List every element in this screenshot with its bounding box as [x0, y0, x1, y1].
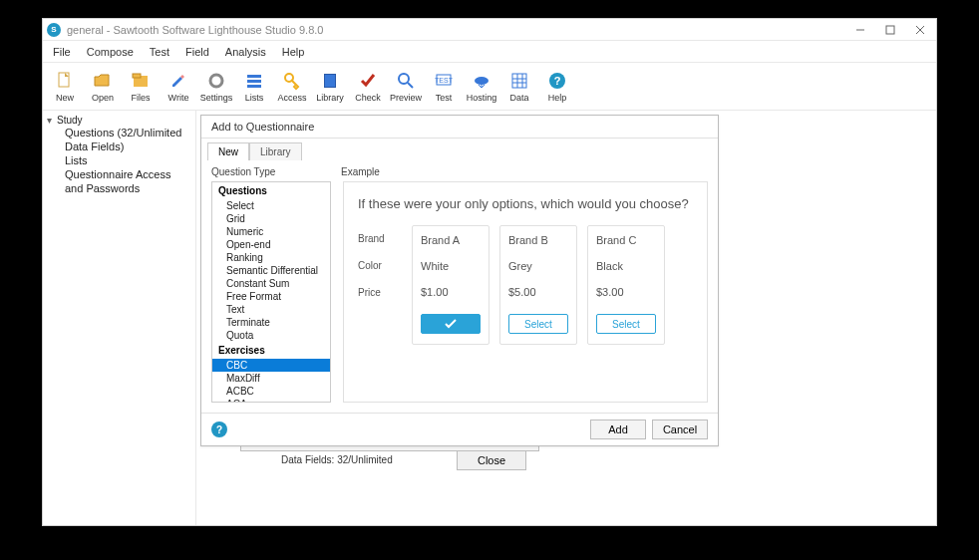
- qtype-item-select[interactable]: Select: [212, 199, 330, 212]
- tab-new[interactable]: New: [207, 142, 249, 160]
- pencil-icon: [167, 70, 189, 92]
- qtype-item-open-end[interactable]: Open-end: [212, 238, 330, 251]
- qtype-item-cbc[interactable]: CBC: [212, 359, 330, 372]
- toolbar-settings-button[interactable]: Settings: [198, 65, 234, 109]
- open-folder-icon: [92, 70, 114, 92]
- qtype-item-constant-sum[interactable]: Constant Sum: [212, 277, 330, 290]
- list-icon: [243, 70, 265, 92]
- tree-item-access[interactable]: Questionnaire Access and Passwords: [47, 167, 191, 195]
- qtype-item-acbc[interactable]: ACBC: [212, 385, 330, 398]
- qtype-item-maxdiff[interactable]: MaxDiff: [212, 372, 330, 385]
- tree-item-lists[interactable]: Lists: [47, 153, 191, 167]
- toolbar-label: Access: [277, 93, 306, 103]
- toolbar-data-button[interactable]: Data: [501, 65, 537, 109]
- cbc-value: Brand A: [421, 234, 481, 246]
- row-label-price: Price: [358, 287, 402, 298]
- svg-rect-4: [59, 73, 69, 87]
- toolbar-hosting-button[interactable]: Hosting: [464, 65, 499, 109]
- cbc-value: $3.00: [596, 286, 656, 298]
- close-button[interactable]: [908, 21, 932, 39]
- cbc-value: Brand C: [596, 234, 656, 246]
- cbc-selected-button[interactable]: [421, 314, 481, 334]
- key-icon: [281, 70, 303, 92]
- tree-item-questions[interactable]: Questions (32/Unlimited Data Fields): [47, 126, 191, 153]
- qtype-item-grid[interactable]: Grid: [212, 212, 330, 225]
- toolbar-help-button[interactable]: ?Help: [539, 65, 575, 109]
- check-icon: [357, 70, 379, 92]
- dialog-title: Add to Questionnaire: [201, 116, 718, 139]
- toolbar-label: Hosting: [467, 93, 497, 103]
- svg-rect-5: [133, 74, 141, 78]
- toolbar-preview-button[interactable]: Preview: [388, 65, 424, 109]
- qtype-group-exercises: Exercises: [212, 342, 330, 359]
- qtype-item-free-format[interactable]: Free Format: [212, 290, 330, 303]
- qtype-item-ranking[interactable]: Ranking: [212, 251, 330, 264]
- qtype-item-numeric[interactable]: Numeric: [212, 225, 330, 238]
- cbc-value: $1.00: [421, 286, 481, 298]
- minimize-button[interactable]: [848, 21, 872, 39]
- qtype-item-terminate[interactable]: Terminate: [212, 316, 330, 329]
- window-title: general - Sawtooth Software Lighthouse S…: [67, 24, 848, 36]
- tree-root[interactable]: ▾Study: [47, 115, 191, 126]
- toolbar-label: Open: [92, 93, 114, 103]
- toolbar-library-button[interactable]: Library: [312, 65, 348, 109]
- qtype-item-aca[interactable]: ACA: [212, 398, 330, 403]
- qtype-item-semantic-differential[interactable]: Semantic Differential: [212, 264, 330, 277]
- svg-text:TEST: TEST: [435, 77, 454, 84]
- cancel-button[interactable]: Cancel: [652, 420, 708, 439]
- qtype-item-text[interactable]: Text: [212, 303, 330, 316]
- tree-collapse-icon[interactable]: ▾: [47, 115, 57, 126]
- cloud-icon: [471, 70, 492, 92]
- svg-rect-9: [247, 80, 261, 83]
- app-icon: S: [47, 23, 61, 37]
- toolbar-open-button[interactable]: Open: [85, 65, 121, 109]
- toolbar-access-button[interactable]: Access: [274, 65, 310, 109]
- qtype-item-quota[interactable]: Quota: [212, 329, 330, 342]
- sidebar-tree: ▾Study Questions (32/Unlimited Data Fiel…: [43, 111, 196, 525]
- menu-test[interactable]: Test: [142, 44, 177, 60]
- files-icon: [130, 70, 152, 92]
- example-preview: If these were your only options, which w…: [343, 181, 708, 403]
- help-icon[interactable]: ?: [211, 421, 227, 437]
- row-label-color: Color: [358, 260, 402, 271]
- toolbar-check-button[interactable]: Check: [350, 65, 386, 109]
- cbc-select-button[interactable]: Select: [596, 314, 656, 334]
- toolbar-label: Test: [436, 93, 453, 103]
- menu-file[interactable]: File: [45, 44, 79, 60]
- toolbar-new-button[interactable]: New: [47, 65, 83, 109]
- svg-rect-19: [512, 74, 526, 88]
- book-icon: [319, 70, 341, 92]
- cbc-select-button[interactable]: Select: [508, 314, 568, 334]
- cbc-value: White: [421, 260, 481, 272]
- magnifier-icon: [395, 70, 417, 92]
- add-button[interactable]: Add: [590, 420, 646, 439]
- example-question: If these were your only options, which w…: [358, 196, 693, 211]
- cbc-option-1: Brand AWhite$1.00: [412, 225, 490, 345]
- tree-root-label: Study: [57, 115, 83, 126]
- gear-icon: [205, 70, 227, 92]
- row-label-brand: Brand: [358, 233, 402, 244]
- toolbar-files-button[interactable]: Files: [123, 65, 159, 109]
- toolbar-write-button[interactable]: Write: [161, 65, 196, 109]
- question-type-header: Question Type: [211, 166, 341, 177]
- maximize-button[interactable]: [878, 21, 902, 39]
- close-button[interactable]: Close: [457, 450, 526, 470]
- main-area: Save Close Data Fields: 32/Unlimited Add…: [196, 111, 936, 525]
- toolbar: NewOpenFilesWriteSettingsListsAccessLibr…: [43, 63, 936, 111]
- svg-line-15: [408, 83, 413, 88]
- menu-compose[interactable]: Compose: [79, 44, 142, 60]
- titlebar: S general - Sawtooth Software Lighthouse…: [43, 19, 936, 41]
- tab-library[interactable]: Library: [249, 142, 302, 160]
- table-icon: [508, 70, 530, 92]
- example-header: Example: [341, 166, 380, 177]
- svg-rect-8: [247, 75, 261, 78]
- toolbar-lists-button[interactable]: Lists: [236, 65, 272, 109]
- svg-rect-13: [325, 75, 335, 87]
- cbc-option-2: Brand BGrey$5.00Select: [499, 225, 577, 345]
- toolbar-test-button[interactable]: TESTTest: [426, 65, 462, 109]
- qtype-group-questions: Questions: [212, 182, 330, 199]
- menu-help[interactable]: Help: [274, 44, 313, 60]
- menu-field[interactable]: Field: [177, 44, 217, 60]
- menu-analysis[interactable]: Analysis: [217, 44, 274, 60]
- toolbar-label: Library: [316, 93, 344, 103]
